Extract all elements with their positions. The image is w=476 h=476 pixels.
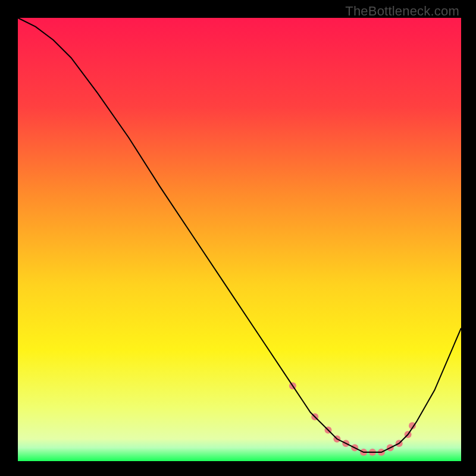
plot-svg [0, 0, 476, 476]
watermark-text: TheBottleneck.com [345, 4, 459, 19]
plot-background [18, 18, 461, 461]
chart-container: { "watermark": "TheBottleneck.com", "cha… [0, 0, 476, 476]
